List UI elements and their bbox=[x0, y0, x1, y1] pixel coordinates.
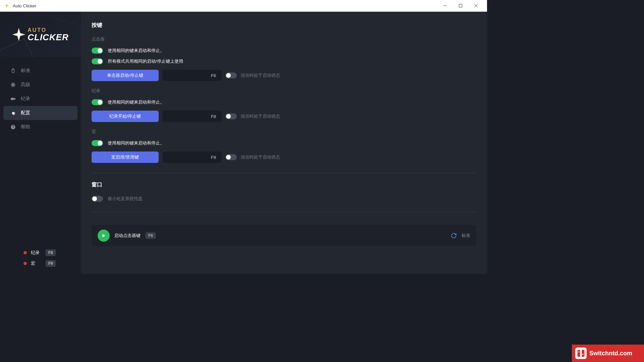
toggle-label: 使用相同的键来启动和停止。 bbox=[108, 48, 164, 54]
status-dot-icon bbox=[23, 262, 27, 265]
question-icon bbox=[10, 124, 16, 130]
logo: AUTO CLICKER bbox=[0, 12, 81, 57]
app-window: Auto Clicker AUTO CLICKER bbox=[0, 0, 487, 274]
main-content: 按键 点击器 使用相同的键来启动和停止。 所有模式共用相同的启动/停止键上使用 … bbox=[81, 12, 487, 274]
svg-rect-2 bbox=[459, 4, 462, 7]
section-window-title: 窗口 bbox=[92, 181, 476, 188]
svg-marker-0 bbox=[4, 3, 9, 8]
action-key-badge: F6 bbox=[145, 232, 156, 239]
nav-label: 标准 bbox=[21, 68, 30, 74]
titlebar-title: Auto Clicker bbox=[13, 3, 437, 8]
nav-advanced[interactable]: 高级 bbox=[3, 78, 77, 92]
gear-icon bbox=[10, 110, 16, 116]
status-macro: 宏 F9 bbox=[8, 258, 72, 269]
nav-help[interactable]: 帮助 bbox=[3, 120, 77, 134]
toggle-label: 所有模式共用相同的启动/停止键上使用 bbox=[108, 58, 183, 64]
mouse-icon bbox=[10, 68, 16, 74]
record-hotkey-button[interactable]: 纪录开始/停止键 bbox=[92, 111, 159, 122]
clicker-hotkey-display[interactable]: F6 bbox=[163, 70, 221, 81]
svg-point-9 bbox=[13, 84, 14, 85]
titlebar: Auto Clicker bbox=[0, 0, 487, 12]
status-label: 纪录 bbox=[31, 250, 42, 256]
nav-label: 配置 bbox=[21, 110, 30, 116]
toggle-clicker-allmodes[interactable] bbox=[92, 58, 103, 64]
subsection-record: 纪录 bbox=[92, 88, 476, 94]
svg-marker-15 bbox=[103, 234, 105, 237]
sidebar: AUTO CLICKER 标准 高级 纪录 bbox=[0, 12, 81, 274]
mode-label: 标准 bbox=[462, 233, 470, 239]
toggle-label: 使用相同的键来启动和停止。 bbox=[108, 140, 164, 146]
toggle-label: 按住时处于启动状态 bbox=[241, 72, 280, 78]
nav-record[interactable]: 纪录 bbox=[3, 92, 77, 106]
toggle-clicker-hold[interactable] bbox=[225, 72, 237, 78]
toggle-record-samekey[interactable] bbox=[92, 99, 103, 105]
macro-hotkey-display[interactable]: F9 bbox=[163, 152, 221, 163]
toggle-clicker-samekey[interactable] bbox=[92, 48, 103, 54]
toggle-label: 按住时处于启动状态 bbox=[241, 113, 280, 119]
action-bar: 启动点击器键 F6 标准 bbox=[92, 225, 476, 246]
toggle-macro-hold[interactable] bbox=[225, 154, 237, 160]
app-body: AUTO CLICKER 标准 高级 纪录 bbox=[0, 12, 487, 274]
status-key-badge: F9 bbox=[46, 260, 56, 267]
nav-config[interactable]: 配置 bbox=[3, 106, 77, 120]
app-icon bbox=[3, 2, 10, 9]
play-button[interactable] bbox=[98, 230, 110, 242]
divider bbox=[92, 173, 476, 173]
svg-marker-6 bbox=[14, 30, 23, 39]
nav-label: 纪录 bbox=[21, 96, 30, 102]
divider bbox=[92, 212, 476, 212]
logo-text-clicker: CLICKER bbox=[28, 33, 69, 42]
clicker-hotkey-button[interactable]: 单击器启动/停止键 bbox=[92, 70, 159, 81]
toggle-macro-samekey[interactable] bbox=[92, 140, 103, 146]
maximize-button[interactable] bbox=[453, 1, 468, 11]
subsection-macro: 宏 bbox=[92, 129, 476, 135]
action-label: 启动点击器键 bbox=[114, 233, 141, 239]
section-keys-title: 按键 bbox=[92, 22, 476, 29]
titlebar-controls bbox=[437, 1, 484, 11]
nav-label: 高级 bbox=[21, 82, 30, 88]
toggle-label: 按住时处于启动状态 bbox=[241, 154, 280, 160]
nav-label: 帮助 bbox=[21, 124, 30, 130]
nav: 标准 高级 纪录 配置 帮助 bbox=[0, 57, 81, 242]
svg-rect-13 bbox=[11, 98, 14, 100]
status-label: 宏 bbox=[31, 260, 42, 266]
minimize-button[interactable] bbox=[437, 1, 453, 11]
close-button[interactable] bbox=[468, 1, 484, 11]
toggle-label: 使用相同的键来启动和停止。 bbox=[108, 99, 164, 105]
logo-star-icon bbox=[12, 28, 25, 41]
refresh-icon[interactable] bbox=[451, 233, 457, 239]
toggle-label: 最小化至系统托盘 bbox=[108, 196, 143, 202]
status-record: 纪录 F8 bbox=[8, 247, 72, 258]
toggle-minimize-tray[interactable] bbox=[92, 196, 103, 202]
macro-hotkey-button[interactable]: 宏启用/禁用键 bbox=[92, 152, 159, 163]
nav-standard[interactable]: 标准 bbox=[3, 64, 77, 78]
subsection-clicker: 点击器 bbox=[92, 36, 476, 42]
atom-icon bbox=[10, 82, 16, 88]
record-hotkey-display[interactable]: F8 bbox=[163, 111, 221, 122]
toggle-record-hold[interactable] bbox=[225, 113, 237, 119]
sidebar-status: 纪录 F8 宏 F9 bbox=[0, 242, 81, 274]
camera-icon bbox=[10, 96, 16, 102]
status-key-badge: F8 bbox=[46, 249, 56, 256]
status-dot-icon bbox=[23, 251, 27, 254]
svg-marker-14 bbox=[14, 98, 15, 100]
